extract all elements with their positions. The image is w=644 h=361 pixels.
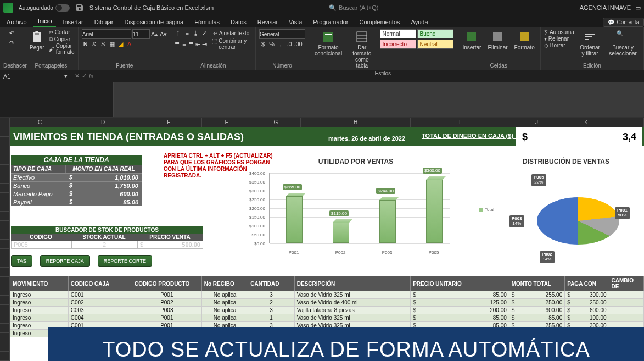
indent-inc-icon[interactable]: ⇥ [202,40,208,48]
inc-decimal-icon[interactable]: .0 [285,40,293,48]
select-all-corner[interactable] [0,118,10,127]
increase-font-icon[interactable]: A▴ [151,30,159,38]
caja-title: CAJA DE LA TIENDA [11,155,142,165]
fill-color-icon[interactable]: ◢ [117,40,125,48]
indent-dec-icon[interactable]: ⇤ [195,40,201,48]
column-headers[interactable]: C D E F G H I J K L [0,118,644,127]
insert-cells-button[interactable]: Insertar [461,29,484,52]
account-name[interactable]: AGENCIA INMAVE [580,4,631,11]
fx-icon[interactable]: fx [89,73,94,80]
autosave-toggle[interactable]: Autoguardado [19,4,70,12]
border-icon[interactable]: ▦ [108,40,116,48]
svg-rect-6 [467,32,476,41]
autosum-button[interactable]: ∑Autosuma [544,29,574,35]
tell-me-search[interactable]: 🔍 Buscar (Alt+Q) [329,4,378,12]
style-normal[interactable]: Normal [380,29,416,38]
dec-decimal-icon[interactable]: .00 [294,40,302,48]
format-cells-button[interactable]: Formato [512,29,537,52]
insert-icon [465,30,478,43]
group-editing: Edición [544,62,640,69]
buscador-title: BUSCADOR DE STOK DE PRODUCTOS [11,226,203,234]
comma-icon[interactable]: , [277,40,284,48]
tab-insertar[interactable]: Insertar [58,17,87,27]
font-name-select[interactable] [82,29,131,39]
tab-inicio[interactable]: Inicio [33,16,57,27]
style-neutral[interactable]: Neutral [417,40,453,49]
caja-table: CAJA DE LA TIENDA TIPO DE CAJAMONTO EN C… [11,155,142,206]
cut-button[interactable]: ✂Cortar [49,29,75,35]
btn-reporte-caja[interactable]: REPORTE CAJA [40,255,90,267]
italic-icon[interactable]: K [91,40,98,48]
save-icon[interactable] [75,3,84,12]
conditional-format-button[interactable]: Formato condicional [312,29,344,58]
pie-label-p002: P00214% [540,251,555,263]
search-code-input[interactable]: P005 [11,241,71,249]
merge-center-button[interactable]: ⬚Combinar y centrar [212,38,252,50]
bold-icon[interactable]: N [82,40,89,48]
btn-tas[interactable]: TAS [11,255,32,267]
align-right-icon[interactable]: ≣ [188,40,194,48]
paste-icon [30,30,43,43]
table-row[interactable]: IngresoC004P001No aplica1Vaso de Vidrio … [10,314,644,322]
font-size-select[interactable] [132,29,150,39]
svg-rect-2 [325,34,332,35]
table-row[interactable]: IngresoC001P001No aplica3Vaso de Vidrio … [10,291,644,299]
copy-button[interactable]: ⧉Copiar [49,36,75,42]
font-color-icon[interactable]: A [126,40,133,48]
tab-vista[interactable]: Vista [284,17,306,27]
svg-rect-3 [357,32,367,42]
btn-reporte-corte[interactable]: REPORTE CORTE [98,255,152,267]
table-row[interactable]: IngresoC003P003No aplica3Vajilla talaber… [10,307,644,314]
format-as-table-button[interactable]: Dar formato como tabla [346,29,377,70]
sort-filter-button[interactable]: Ordenar y filtrar [576,29,603,58]
align-center-icon[interactable]: ≡ [181,40,187,48]
worksheet[interactable]: VIMIENTOS EN TIENDA (ENTRADAS O SALIDAS)… [0,127,644,361]
svg-rect-8 [520,32,529,41]
paste-button[interactable]: Pegar [27,29,47,52]
align-left-icon[interactable]: ≣ [175,40,181,48]
redo-icon[interactable]: ↷ [8,39,16,47]
undo-icon[interactable]: ↶ [8,29,16,37]
comment-icon: 💬 [608,19,614,25]
total-cash-label: TOTAL DE DINERO EN CAJA ($) : [422,132,517,139]
find-select-button[interactable]: 🔍Buscar y seleccionar [606,29,640,58]
table-row[interactable]: IngresoC002P002No aplica2Vaso de Vidrio … [10,299,644,307]
scissors-icon: ✂ [49,29,53,35]
action-buttons: TAS REPORTE CAJA REPORTE CORTE [11,255,152,267]
tab-complementos[interactable]: Complementos [355,17,405,27]
align-bottom-icon[interactable]: ⭳ [192,29,200,37]
cancel-formula-icon[interactable]: ✕ [75,73,80,80]
format-painter-button[interactable]: 🖌Copiar formato [49,43,75,55]
tab-archivo[interactable]: Archivo [2,17,31,27]
tab-dibujar[interactable]: Dibujar [90,17,118,27]
style-incorrecto[interactable]: Incorrecto [380,40,416,49]
group-alignment: Alineación [175,62,252,69]
name-box[interactable]: A1▾ [0,73,71,80]
ribbon-display-icon[interactable]: ▭ [635,4,641,12]
percent-icon[interactable]: % [268,40,276,48]
tab-formulas[interactable]: Fórmulas [190,17,224,27]
tab-revisar[interactable]: Revisar [253,17,282,27]
tab-disposicion[interactable]: Disposición de página [120,17,188,27]
align-top-icon[interactable]: ⭱ [175,29,182,37]
wrap-text-button[interactable]: ↩Ajustar texto [213,30,250,36]
pie-chart-distribucion: DISTRIBUCIÓN DE VENTAS P00522% P00314% P… [488,158,644,273]
enter-formula-icon[interactable]: ✓ [82,73,87,80]
align-middle-icon[interactable]: ≡ [183,29,191,37]
currency-icon[interactable]: $ [259,40,267,48]
tab-datos[interactable]: Datos [226,17,251,27]
fill-button[interactable]: ▾Rellenar [544,36,574,42]
tab-ayuda[interactable]: Ayuda [407,17,433,27]
orientation-icon[interactable]: ⤢ [201,29,209,37]
format-icon [518,30,531,43]
comments-button[interactable]: 💬 Comenta [603,18,644,27]
cond-format-icon [322,30,335,43]
style-bueno[interactable]: Bueno [417,29,453,38]
decrease-font-icon[interactable]: A▾ [160,30,167,38]
delete-cells-button[interactable]: Eliminar [485,29,509,52]
underline-icon[interactable]: S [99,40,107,48]
number-format-select[interactable] [259,29,305,39]
row-headers[interactable] [0,127,10,361]
tab-programador[interactable]: Programador [309,17,352,27]
clear-button[interactable]: ◇Borrar [544,42,574,48]
